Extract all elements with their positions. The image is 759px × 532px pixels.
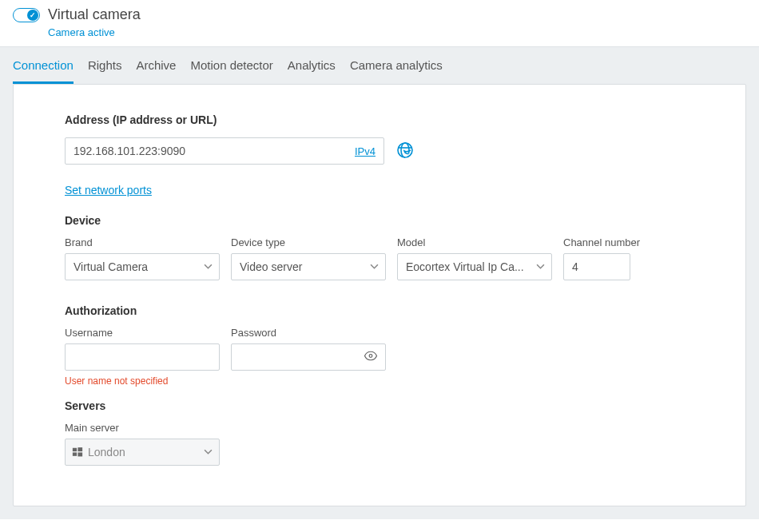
tabs: Connection Rights Archive Motion detecto… (13, 47, 746, 84)
brand-field: Brand Virtual Camera (65, 236, 220, 280)
device-grid: Brand Virtual Camera Device type Video s… (65, 236, 694, 280)
address-input-wrap: IPv4 (65, 137, 384, 165)
svg-rect-5 (77, 452, 82, 456)
address-input[interactable] (74, 145, 355, 157)
open-in-browser-icon[interactable] (395, 141, 415, 162)
model-select[interactable]: Eocortex Virtual Ip Ca... (397, 253, 552, 280)
channel-field: Channel number (563, 236, 640, 280)
ip-mode-link[interactable]: IPv4 (355, 145, 376, 157)
connection-panel: Address (IP address or URL) IPv4 Set net… (13, 84, 746, 506)
servers-section-title: Servers (65, 399, 694, 412)
address-label: Address (IP address or URL) (65, 113, 694, 126)
chevron-down-icon (204, 446, 213, 459)
camera-enable-toggle[interactable]: ✓ (13, 8, 40, 22)
model-value: Eocortex Virtual Ip Ca... (406, 260, 524, 273)
svg-point-1 (369, 355, 372, 358)
check-icon: ✓ (27, 10, 38, 21)
main-server-select[interactable]: London (65, 439, 220, 466)
svg-rect-3 (77, 447, 82, 451)
windows-icon (72, 447, 83, 458)
svg-rect-4 (73, 452, 77, 455)
password-label: Password (231, 327, 386, 339)
username-label: Username (65, 327, 220, 339)
device-section-title: Device (65, 214, 694, 227)
channel-label: Channel number (563, 236, 640, 248)
brand-label: Brand (65, 236, 220, 248)
page-header: ✓ Virtual camera (0, 0, 759, 26)
set-network-ports-link[interactable]: Set network ports (65, 184, 152, 197)
device-type-value: Video server (240, 260, 302, 273)
main-server-field: Main server London (65, 422, 694, 466)
password-wrap (231, 343, 386, 371)
tab-archive[interactable]: Archive (136, 58, 176, 84)
username-error: User name not specified (65, 375, 220, 387)
chevron-down-icon (536, 260, 545, 273)
svg-rect-2 (73, 448, 77, 451)
username-input[interactable] (65, 343, 220, 371)
main-server-value: London (88, 446, 125, 459)
eye-icon[interactable] (364, 349, 378, 366)
device-type-field: Device type Video server (231, 236, 386, 280)
tab-connection[interactable]: Connection (13, 58, 74, 84)
model-field: Model Eocortex Virtual Ip Ca... (397, 236, 552, 280)
auth-grid: Username User name not specified Passwor… (65, 327, 694, 387)
main-server-label: Main server (65, 422, 694, 434)
channel-input[interactable] (563, 253, 630, 280)
page-title: Virtual camera (48, 6, 141, 23)
tab-strip: Connection Rights Archive Motion detecto… (0, 46, 759, 84)
password-field: Password (231, 327, 386, 387)
panel-background: Address (IP address or URL) IPv4 Set net… (0, 84, 759, 519)
chevron-down-icon (204, 260, 213, 273)
brand-select[interactable]: Virtual Camera (65, 253, 220, 280)
device-type-select[interactable]: Video server (231, 253, 386, 280)
password-input[interactable] (231, 343, 386, 371)
tab-camera-analytics[interactable]: Camera analytics (350, 58, 443, 84)
tab-rights[interactable]: Rights (88, 58, 122, 84)
model-label: Model (397, 236, 552, 248)
username-field: Username User name not specified (65, 327, 220, 387)
camera-status: Camera active (0, 26, 759, 46)
chevron-down-icon (370, 260, 379, 273)
tab-analytics[interactable]: Analytics (288, 58, 336, 84)
auth-section-title: Authorization (65, 304, 694, 317)
tab-motion-detector[interactable]: Motion detector (190, 58, 272, 84)
device-type-label: Device type (231, 236, 386, 248)
brand-value: Virtual Camera (74, 260, 148, 273)
servers-section: Servers Main server London (65, 399, 694, 466)
address-row: IPv4 (65, 137, 694, 165)
